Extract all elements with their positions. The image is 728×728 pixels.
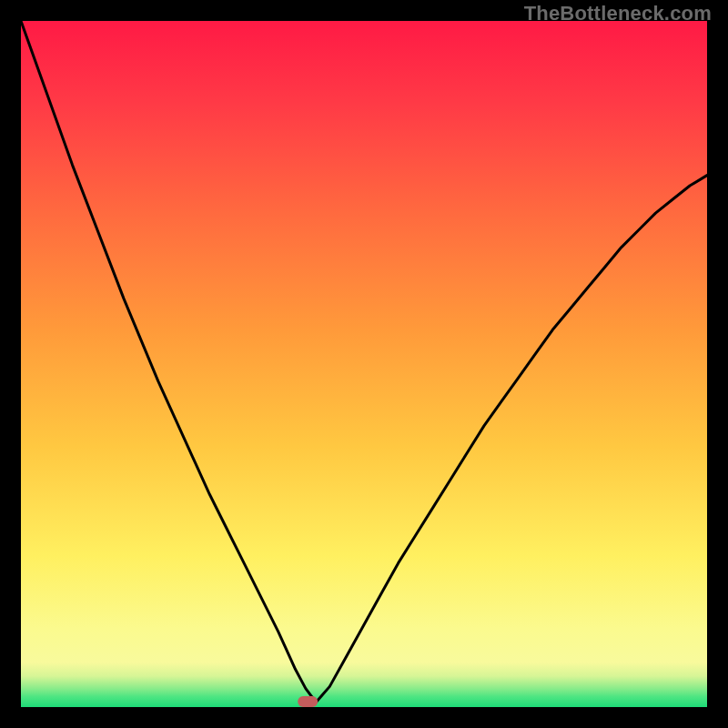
- gradient-background: [21, 21, 707, 707]
- bottleneck-chart: [21, 21, 707, 707]
- chart-frame: TheBottleneck.com: [0, 0, 728, 728]
- optimal-marker: [298, 696, 318, 707]
